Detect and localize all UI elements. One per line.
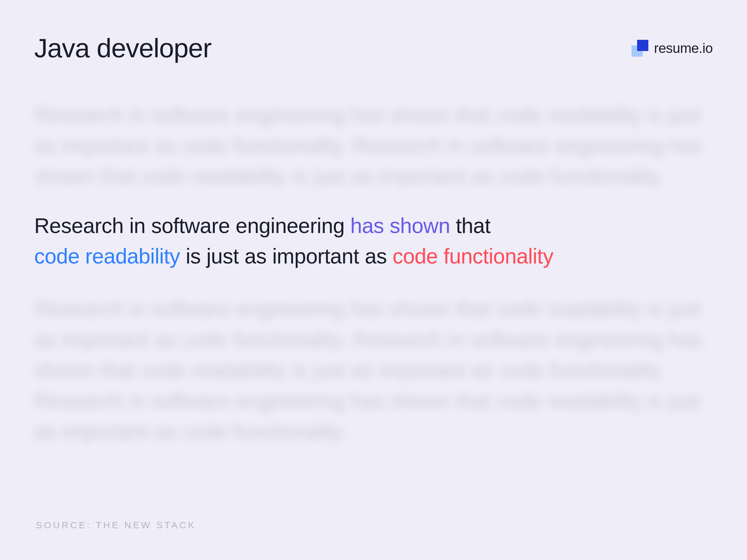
brand-name: resume.io (654, 41, 713, 56)
source-attribution: SOURCE: THE NEW STACK (36, 520, 196, 530)
svg-rect-1 (637, 40, 648, 51)
blurred-text-top: Research in software engineering has sho… (34, 100, 713, 192)
quote-seg4-highlight: code readability (34, 244, 180, 268)
brand: resume.io (632, 40, 713, 57)
blurred-text-bottom: Research in software engineering has sho… (34, 293, 713, 447)
quote-seg6-highlight: code functionality (392, 244, 553, 268)
quote-seg5: is just as important as (180, 244, 392, 268)
quote-seg1: Research in software engineering (34, 214, 350, 237)
quote-seg3: that (450, 214, 491, 237)
page-title: Java developer (34, 33, 211, 63)
main-quote: Research in software engineering has sho… (34, 210, 713, 272)
quote-seg2-highlight: has shown (350, 214, 450, 237)
header: Java developer resume.io (34, 33, 713, 63)
content-area: Research in software engineering has sho… (34, 100, 713, 447)
brand-logo-icon (632, 40, 648, 57)
